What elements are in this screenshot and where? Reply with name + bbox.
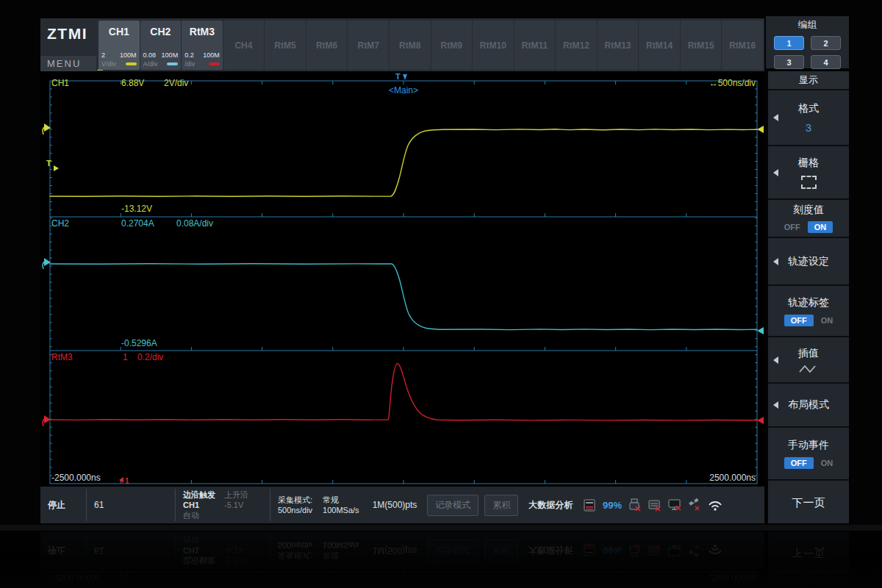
trace-label-on[interactable]: ON [821, 316, 833, 325]
rtm3-value: 1 [123, 352, 128, 362]
ch2-lower-scale: -0.5296A [121, 338, 157, 348]
svg-text:T: T [395, 72, 401, 81]
channel-tab-rtm6[interactable]: RtM6 [306, 21, 348, 70]
menu-label: MENU [47, 58, 81, 69]
rtm3-right-marker[interactable] [757, 417, 764, 424]
channel-tab-strip: CH1 2100M V/div CH2 0.08100M A/div RtM3 … [96, 18, 764, 71]
ch1-lower-scale: -13.12V [121, 204, 152, 214]
acq-points: 1M(500)pts [373, 500, 417, 510]
rtm3-name: RtM3 [51, 352, 73, 362]
device-edge [0, 525, 882, 531]
group-panel: 编组 1 2 3 4 [766, 16, 849, 68]
usb-disconnected-icon [628, 498, 642, 512]
trace-label-menu-item[interactable]: 轨迹标签 OFF ON [768, 286, 849, 336]
expand-left-arrow-icon [773, 258, 778, 265]
big-data-analysis-button[interactable]: 大数据分析 [521, 487, 580, 523]
status-icon-tray: 99% [583, 487, 723, 523]
ch2-right-marker[interactable] [757, 327, 764, 334]
trigger-edge: 上升沿 [224, 490, 248, 500]
sidebar-header: 显示 [768, 71, 849, 89]
trigger-level: -5.1V [224, 501, 248, 510]
manual-event-off[interactable]: OFF [784, 457, 814, 469]
status-bar: 停止 61 边沿触发 CH1 自动 上升沿 -5.1V 采集模式: 500ns/… [40, 487, 764, 523]
ch1-value: 6.88V [121, 78, 144, 88]
ch2-name: CH2 [51, 218, 69, 229]
accumulate-button[interactable]: 累积 [484, 495, 518, 516]
ssd-usage-icon [583, 499, 597, 512]
grid-menu-item[interactable]: 栅格 [768, 146, 849, 198]
scale-value-menu-item[interactable]: 刻度值 OFF ON [768, 200, 849, 237]
group-button-4[interactable]: 4 [811, 55, 841, 69]
next-page-button[interactable]: 下一页 [768, 481, 849, 523]
channel-tab-rtm13[interactable]: RtM13 [598, 21, 639, 70]
brand-logo: ZTMI [40, 18, 96, 43]
trigger-level-marker[interactable]: T [46, 159, 59, 171]
trigger-position-marker[interactable]: T [395, 72, 407, 81]
rtm3-scale: 0.2/div [137, 352, 163, 362]
channel-tab-rtm5[interactable]: RtM5 [265, 21, 306, 70]
acq-rate: 100MSa/s [323, 506, 359, 515]
time-left-readout: -2500.000ns [51, 473, 101, 483]
ch1-right-marker[interactable] [757, 126, 764, 133]
channel-tab-rtm9[interactable]: RtM9 [431, 21, 473, 70]
ch2-trace [50, 264, 757, 330]
ch1-position-marker[interactable] [43, 123, 51, 135]
menu-button[interactable]: MENU [40, 56, 96, 71]
acquisition-count: 61 [87, 487, 175, 523]
channel-tab-ch2[interactable]: CH2 0.08100M A/div [140, 21, 182, 70]
timebase-readout: ↔500ns/div [709, 78, 756, 88]
interpolation-menu-item[interactable]: 插值 [768, 337, 849, 382]
channel-tab-ch1[interactable]: CH1 2100M V/div [98, 21, 140, 70]
acq-mode: 常规 [323, 495, 359, 505]
channel-tab-rtm10[interactable]: RtM10 [473, 21, 514, 70]
group-button-3[interactable]: 3 [774, 55, 804, 69]
wifi-icon [707, 499, 723, 512]
manual-event-on[interactable]: ON [821, 459, 833, 467]
acq-timebase: 500ns/div [278, 506, 312, 515]
channel-tab-ch4[interactable]: CH4 [223, 21, 265, 70]
acq-mode-label: 采集模式: [278, 495, 312, 505]
format-menu-item[interactable]: 格式 3 [768, 90, 849, 145]
grid-frame-icon [801, 176, 817, 189]
group-button-1[interactable]: 1 [774, 36, 804, 50]
channel-tab-rtm16[interactable]: RtM16 [722, 21, 763, 70]
channel-tab-rtm12[interactable]: RtM12 [556, 21, 597, 70]
channel-tab-rtm11[interactable]: RtM11 [514, 21, 556, 70]
channel-tab-rtm7[interactable]: RtM7 [348, 21, 389, 70]
scale-value-off[interactable]: OFF [784, 223, 800, 232]
trigger-info: 边沿触发 CH1 自动 上升沿 -5.1V [176, 487, 270, 523]
waveform-display[interactable]: T T 1 [40, 71, 764, 487]
rtm3-trace [50, 364, 757, 420]
rtm3-color-dash [209, 62, 220, 65]
layout-mode-menu-item[interactable]: 布局模式 [768, 384, 849, 426]
ch2-color-dash [167, 62, 178, 65]
ch2-position-marker[interactable] [43, 258, 51, 269]
ch2-scale: 0.08A/div [176, 218, 213, 229]
manual-event-menu-item[interactable]: 手动事件 OFF ON [768, 428, 849, 479]
expand-left-arrow-icon [773, 114, 778, 121]
scale-value-on[interactable]: ON [808, 221, 833, 233]
trigger-type: 边沿触发 [183, 490, 215, 500]
rtm3-position-marker[interactable] [43, 415, 51, 426]
record-mode-button[interactable]: 记录模式 [427, 495, 478, 516]
group-button-2[interactable]: 2 [811, 36, 841, 50]
top-bar: ZTMI MENU CH1 2100M V/div CH2 0.08100M A… [40, 18, 764, 71]
trace-setting-menu-item[interactable]: 轨迹设定 [768, 238, 849, 284]
svg-text:1: 1 [125, 570, 129, 578]
channel-tab-rtm3[interactable]: RtM3 0.2100M /div [182, 21, 223, 70]
gps-disconnected-icon [688, 498, 701, 512]
trigger-source: CH1 [183, 501, 215, 510]
interpolation-zigzag-icon [799, 365, 818, 373]
expand-left-arrow-icon [773, 169, 778, 176]
channel-tab-rtm8[interactable]: RtM8 [390, 21, 431, 70]
channel-tab-rtm14[interactable]: RtM14 [639, 21, 680, 70]
trace-label-off[interactable]: OFF [784, 315, 814, 326]
ch1-trace [50, 129, 757, 196]
time-right-readout: 2500.000ns [709, 473, 756, 483]
soft-menu-sidebar: 显示 格式 3 栅格 刻度值 OFF ON 轨迹设定 轨迹标签 OFF ON [768, 71, 849, 523]
acquisition-info: 采集模式: 500ns/div 常规 100MSa/s 1M(500)pts [270, 487, 424, 523]
svg-text:1: 1 [125, 477, 129, 485]
channel-tab-rtm15[interactable]: RtM15 [681, 21, 722, 70]
logo-block: ZTMI MENU [40, 18, 96, 71]
group-title: 编组 [766, 16, 849, 32]
